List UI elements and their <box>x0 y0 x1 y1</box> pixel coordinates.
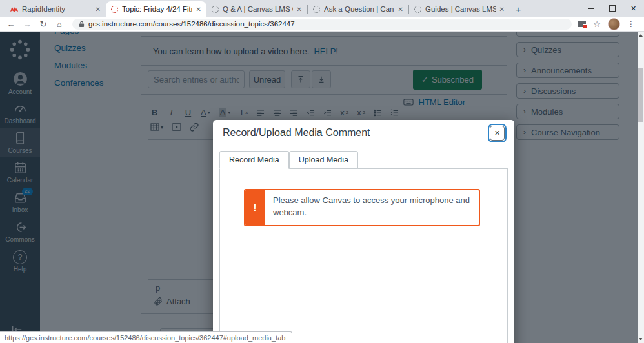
url-text: gcs.instructure.com/courses/152486/discu… <box>88 20 295 28</box>
modal-tab-bar: Record Media Upload Media <box>213 146 514 168</box>
tab-ask-question[interactable]: Ask a Question | Canvas LMS C ✕ <box>308 1 408 17</box>
scroll-down-arrow[interactable] <box>638 335 644 343</box>
modal-close-button[interactable]: ✕ <box>490 126 505 141</box>
tab-record-media[interactable]: Record Media <box>219 151 289 169</box>
rapididentity-favicon <box>10 6 18 13</box>
back-button[interactable]: ← <box>4 19 18 29</box>
modal-header: Record/Upload Media Comment ✕ <box>213 120 514 146</box>
minimize-button[interactable] <box>580 0 601 17</box>
tab-title: Guides | Canvas LMS Commun <box>425 5 496 13</box>
tab-close-icon[interactable]: ✕ <box>499 6 505 13</box>
bookmark-star-icon[interactable]: ☆ <box>593 19 601 29</box>
tab-close-icon[interactable]: ✕ <box>297 6 302 13</box>
address-bar[interactable]: gcs.instructure.com/courses/152486/discu… <box>72 19 572 30</box>
forward-button[interactable]: → <box>20 19 34 29</box>
restore-button[interactable] <box>601 0 623 17</box>
restore-icon <box>609 5 616 12</box>
tab-title: Q & A | Canvas LMS Communi <box>223 5 293 13</box>
window-controls: ✕ <box>580 0 644 17</box>
close-icon: ✕ <box>494 129 500 137</box>
home-button[interactable]: ⌂ <box>52 19 66 29</box>
tab-title: RapidIdentity <box>22 5 92 13</box>
tab-title: Topic: Friday 4/24 Fitness Frida <box>122 5 192 13</box>
tab-topic-active[interactable]: Topic: Friday 4/24 Fitness Frida ✕ <box>106 1 206 17</box>
browser-window: RapidIdentity ✕ Topic: Friday 4/24 Fitne… <box>0 0 644 343</box>
loading-spinner-icon <box>212 6 219 13</box>
modal-title: Record/Upload Media Comment <box>223 127 370 139</box>
reload-button[interactable]: ↻ <box>36 19 50 29</box>
tab-qa-community[interactable]: Q & A | Canvas LMS Communi ✕ <box>206 1 307 17</box>
tab-close-icon[interactable]: ✕ <box>96 6 101 13</box>
scrollbar-thumb[interactable] <box>638 68 643 122</box>
close-window-button[interactable]: ✕ <box>623 0 644 17</box>
tab-upload-media[interactable]: Upload Media <box>289 151 358 169</box>
status-bar: https://gcs.instructure.com/courses/1524… <box>0 331 292 343</box>
new-tab-button[interactable]: + <box>510 1 527 17</box>
toolbar-right: ☆ ⋮ <box>578 18 640 30</box>
warning-message: Please allow Canvas to access your micro… <box>265 190 479 225</box>
tab-title: Ask a Question | Canvas LMS C <box>324 5 394 13</box>
tab-close-icon[interactable]: ✕ <box>398 6 403 13</box>
loading-spinner-icon <box>313 6 320 13</box>
browser-menu-icon[interactable]: ⋮ <box>627 19 635 28</box>
minimize-icon <box>588 8 594 9</box>
profile-avatar[interactable] <box>608 18 620 30</box>
permission-warning-alert: ! Please allow Canvas to access your mic… <box>244 189 480 226</box>
media-comment-modal: Record/Upload Media Comment ✕ Record Med… <box>213 120 514 343</box>
tab-share-icon[interactable] <box>578 21 586 27</box>
loading-spinner-icon <box>111 6 118 13</box>
tab-guides[interactable]: Guides | Canvas LMS Commun ✕ <box>409 1 510 17</box>
browser-toolbar: ← → ↻ ⌂ gcs.instructure.com/courses/1524… <box>0 17 644 32</box>
tab-strip: RapidIdentity ✕ Topic: Friday 4/24 Fitne… <box>0 0 644 17</box>
warning-icon: ! <box>245 190 265 225</box>
loading-spinner-icon <box>414 6 421 13</box>
scroll-up-arrow[interactable] <box>638 32 644 39</box>
tab-close-icon[interactable]: ✕ <box>196 6 201 13</box>
page-scrollbar[interactable] <box>638 32 644 343</box>
status-url-text: https://gcs.instructure.com/courses/1524… <box>5 334 285 342</box>
page-viewport: Account Dashboard Courses Calendar 22 In… <box>0 32 644 343</box>
padlock-icon <box>79 21 85 28</box>
record-media-panel: ! Please allow Canvas to access your mic… <box>219 168 508 343</box>
tab-rapididentity[interactable]: RapidIdentity ✕ <box>5 1 106 17</box>
